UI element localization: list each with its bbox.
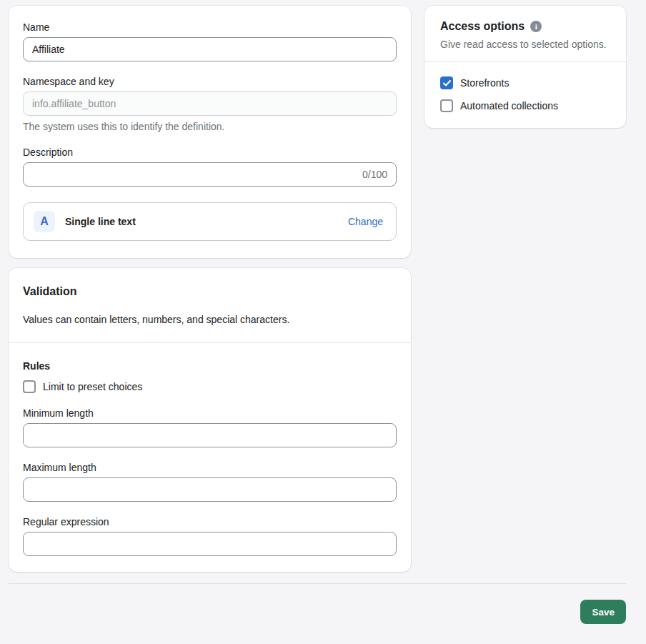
namespace-label: Namespace and key bbox=[23, 76, 397, 87]
footer-actions: Save bbox=[9, 600, 626, 624]
validation-subtitle: Values can contain letters, numbers, and… bbox=[23, 314, 397, 325]
validation-body: Rules Limit to preset choices Minimum le… bbox=[9, 360, 411, 556]
single-line-text-icon: A bbox=[34, 211, 55, 232]
name-label: Name bbox=[23, 21, 397, 33]
min-length-label: Minimum length bbox=[23, 407, 397, 419]
max-length-label: Maximum length bbox=[23, 462, 397, 473]
validation-card: Validation Values can contain letters, n… bbox=[9, 268, 411, 572]
access-options-card: Access options i Give read access to sel… bbox=[424, 6, 626, 128]
validation-title: Validation bbox=[23, 285, 397, 298]
rules-label: Rules bbox=[23, 360, 397, 372]
content-type-box: A Single line text Change bbox=[23, 202, 397, 241]
checkbox-icon[interactable] bbox=[23, 380, 36, 393]
max-length-field-group: Maximum length bbox=[23, 462, 397, 502]
access-header: Access options i Give read access to sel… bbox=[424, 20, 626, 50]
footer-divider bbox=[9, 583, 626, 584]
max-length-input[interactable] bbox=[23, 477, 397, 502]
left-column: Name Namespace and key The system uses t… bbox=[9, 6, 411, 572]
definition-card: Name Namespace and key The system uses t… bbox=[9, 6, 411, 258]
namespace-help-text: The system uses this to identify the def… bbox=[23, 121, 397, 132]
automated-collections-checkbox-row[interactable]: Automated collections bbox=[440, 99, 610, 112]
description-input[interactable] bbox=[32, 169, 362, 180]
name-input[interactable] bbox=[23, 37, 397, 61]
storefronts-checkbox-row[interactable]: Storefronts bbox=[440, 76, 610, 89]
min-length-input[interactable] bbox=[23, 423, 397, 447]
validation-header: Validation Values can contain letters, n… bbox=[9, 285, 411, 325]
checkbox-icon[interactable] bbox=[440, 76, 453, 89]
name-field-group: Name bbox=[23, 21, 397, 61]
preset-choices-checkbox-row[interactable]: Limit to preset choices bbox=[23, 380, 397, 393]
description-label: Description bbox=[23, 147, 397, 158]
page-layout: Name Namespace and key The system uses t… bbox=[0, 0, 626, 572]
checkbox-icon[interactable] bbox=[440, 99, 453, 112]
save-button[interactable]: Save bbox=[580, 600, 626, 624]
namespace-field-group: Namespace and key The system uses this t… bbox=[23, 76, 397, 132]
access-options-title: Access options bbox=[440, 20, 525, 33]
automated-collections-label: Automated collections bbox=[460, 100, 558, 112]
character-counter: 0/100 bbox=[362, 169, 387, 180]
storefronts-label: Storefronts bbox=[460, 77, 509, 89]
change-type-link[interactable]: Change bbox=[348, 216, 383, 227]
validation-divider bbox=[9, 342, 411, 343]
regex-input[interactable] bbox=[23, 532, 397, 556]
description-field-group: Description 0/100 bbox=[23, 147, 397, 187]
checkmark-icon bbox=[443, 80, 451, 86]
access-options-subtitle: Give read access to selected options. bbox=[440, 39, 610, 50]
content-type-label: Single line text bbox=[65, 216, 338, 227]
namespace-input[interactable] bbox=[23, 91, 397, 116]
regex-field-group: Regular expression bbox=[23, 516, 397, 556]
min-length-field-group: Minimum length bbox=[23, 407, 397, 447]
info-icon[interactable]: i bbox=[530, 21, 542, 32]
preset-choices-label: Limit to preset choices bbox=[43, 381, 142, 392]
regex-label: Regular expression bbox=[23, 516, 397, 527]
access-options-list: Storefronts Automated collections bbox=[424, 62, 626, 112]
description-input-wrap: 0/100 bbox=[23, 162, 397, 187]
